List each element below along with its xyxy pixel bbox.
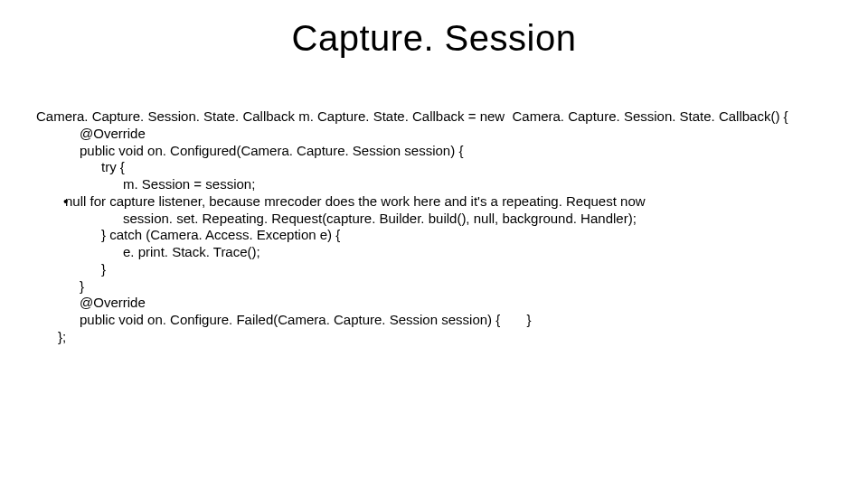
- code-block: Camera. Capture. Session. State. Callbac…: [36, 108, 832, 346]
- code-line: };: [36, 329, 832, 346]
- bullet-marker: •: [36, 193, 65, 211]
- code-line: m. Session = session;: [36, 176, 832, 193]
- code-line: Camera. Capture. Session. State. Callbac…: [36, 108, 832, 126]
- code-line: public void on. Configured(Camera. Captu…: [36, 143, 832, 160]
- code-line: @Override: [36, 126, 832, 143]
- code-line: e. print. Stack. Trace();: [36, 244, 832, 261]
- code-line: session. set. Repeating. Request(capture…: [36, 211, 832, 228]
- code-line: @Override: [36, 295, 832, 312]
- code-line: try {: [36, 159, 832, 176]
- code-line: public void on. Configure. Failed(Camera…: [36, 312, 832, 329]
- code-line: }: [36, 278, 832, 296]
- code-line: }: [36, 261, 832, 278]
- slide-title: Capture. Session: [0, 18, 868, 59]
- slide: Capture. Session Camera. Capture. Sessio…: [0, 0, 868, 488]
- code-line: } catch (Camera. Access. Exception e) {: [36, 227, 832, 244]
- code-line: null for capture listener, because mreco…: [65, 193, 646, 211]
- bullet-row: • null for capture listener, because mre…: [36, 193, 832, 211]
